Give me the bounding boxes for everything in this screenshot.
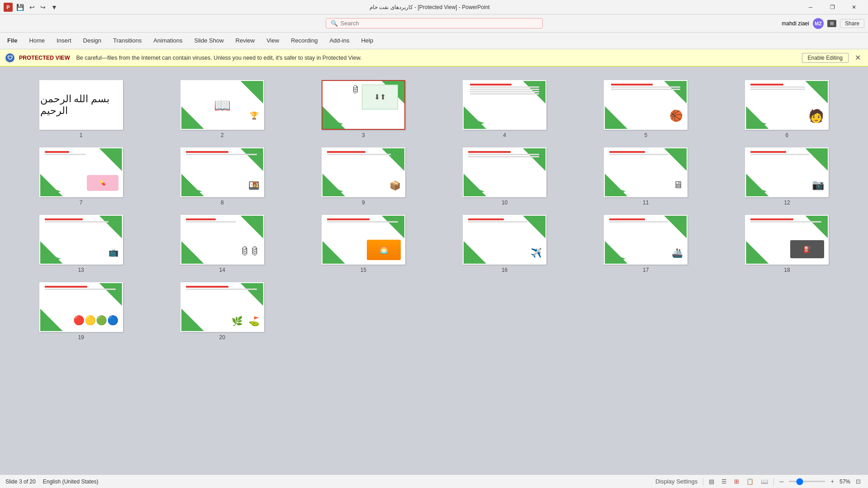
tab-design[interactable]: Design <box>78 35 107 47</box>
enable-editing-button[interactable]: Enable Editing <box>802 53 849 63</box>
slide-panel[interactable]: بسم الله الرحمن الرحيم 1 📖 🏆 2 <box>0 66 868 475</box>
zoom-in-button[interactable]: + <box>829 477 836 486</box>
slide-content: 🏀 <box>605 81 687 129</box>
slide-item[interactable]: 🖥 11 <box>579 147 713 206</box>
slide-thumbnail[interactable]: ⬇⬆ 🛢 <box>322 80 405 130</box>
outline-view-button[interactable]: ☰ <box>720 477 729 486</box>
slide-number: 18 <box>784 267 790 273</box>
slide-item[interactable]: 📖 🏆 2 <box>155 80 289 138</box>
slide-number: 7 <box>80 199 83 206</box>
slide-thumbnail[interactable]: 🖥 <box>604 147 688 197</box>
slide-thumbnail[interactable]: ✈️ <box>463 215 546 265</box>
tab-home[interactable]: Home <box>24 35 50 47</box>
user-name: mahdi ziaei <box>782 20 809 27</box>
tab-file[interactable]: File <box>2 35 23 47</box>
slide-thumbnail[interactable]: ⛽ <box>745 215 829 265</box>
slide-thumbnail[interactable]: 📖 🏆 <box>180 80 264 130</box>
tab-recording[interactable]: Recording <box>285 35 323 47</box>
slide-item[interactable]: 🧑 6 <box>720 80 854 138</box>
tab-slideshow[interactable]: Slide Show <box>189 35 229 47</box>
share-button[interactable]: Share <box>840 19 864 28</box>
slide-content: 🧑 <box>746 81 828 129</box>
slide-item[interactable]: 4 <box>437 80 572 138</box>
slide-content: ✈️ <box>464 216 545 264</box>
slide-item[interactable]: ⛳ 🌿 20 <box>155 282 289 341</box>
undo-quick-btn[interactable]: ↩ <box>28 3 37 12</box>
app-icon-letter: P <box>6 5 9 10</box>
slide-content: 📦 <box>323 148 404 196</box>
minimize-button[interactable]: ─ <box>800 0 821 14</box>
slide-item[interactable]: 🍱 8 <box>155 147 289 206</box>
app-icon: P <box>4 3 13 12</box>
zoom-out-button[interactable]: ─ <box>778 477 785 486</box>
slide-item[interactable]: بسم الله الرحمن الرحيم 1 <box>14 80 148 138</box>
normal-view-button[interactable]: ▤ <box>707 477 716 486</box>
slide-thumbnail[interactable]: 🔴🟡🟢🔵 <box>39 282 123 332</box>
slide-thumbnail[interactable]: 🌅 <box>322 215 405 265</box>
tab-addins[interactable]: Add-ins <box>324 35 355 47</box>
slide-item[interactable]: ✈️ 16 <box>437 215 572 273</box>
title-bar: P 💾 ↩ ↪ ▼ کاربردهای نفت خام - [Protected… <box>0 0 868 14</box>
slide-item[interactable]: 🚢 17 <box>579 215 713 273</box>
slide-thumbnail[interactable]: 📷 <box>745 147 829 197</box>
tab-review[interactable]: Review <box>230 35 261 47</box>
banner-close-button[interactable]: ✕ <box>853 53 863 62</box>
fit-slide-button[interactable]: ⊡ <box>854 477 863 486</box>
slide-item[interactable]: 📦 9 <box>296 147 431 206</box>
slide-item[interactable]: ⛽ 18 <box>720 215 854 273</box>
slide-item[interactable]: 🔴🟡🟢🔵 19 <box>14 282 148 341</box>
slide-item[interactable]: 📷 12 <box>720 147 854 206</box>
tab-help[interactable]: Help <box>356 35 379 47</box>
close-button[interactable]: ✕ <box>844 0 864 14</box>
slide-thumbnail[interactable]: 💊 <box>39 147 123 197</box>
tab-transitions[interactable]: Transitions <box>108 35 147 47</box>
slide-number: 20 <box>219 334 225 341</box>
slide-number: 3 <box>362 132 365 138</box>
slide-number: 14 <box>219 267 225 273</box>
slide-thumbnail[interactable] <box>463 80 546 130</box>
slide-thumbnail[interactable]: 🍱 <box>180 147 264 197</box>
slide-thumbnail[interactable]: 🏀 <box>604 80 688 130</box>
slide-content: 🌅 <box>323 216 404 264</box>
status-bar: Slide 3 of 20 English (United States) Di… <box>0 474 868 488</box>
slide-thumbnail[interactable]: 📺 <box>39 215 123 265</box>
slide-item[interactable]: 🏀 5 <box>579 80 713 138</box>
slide-thumbnail[interactable]: 🛢🛢 <box>180 215 264 265</box>
notes-page-button[interactable]: 📋 <box>745 477 755 486</box>
tab-view[interactable]: View <box>261 35 285 47</box>
slide-thumbnail[interactable] <box>463 147 546 197</box>
tab-animations[interactable]: Animations <box>148 35 188 47</box>
slide-item[interactable]: 📺 13 <box>14 215 148 273</box>
slide-item[interactable]: 10 <box>437 147 572 206</box>
slide-content: 💊 <box>40 148 122 196</box>
display-settings-button[interactable]: Display Settings <box>654 477 699 486</box>
slide-thumbnail[interactable]: 📦 <box>322 147 405 197</box>
slide-thumbnail[interactable]: 🧑 <box>745 80 829 130</box>
zoom-slider[interactable] <box>789 481 825 482</box>
slide-thumbnail[interactable]: ⛳ 🌿 <box>180 282 264 332</box>
slide-number: 1 <box>80 132 83 138</box>
redo-quick-btn[interactable]: ↪ <box>38 3 47 12</box>
slide-item[interactable]: ⬇⬆ 🛢 3 <box>296 80 431 138</box>
slide-sorter-button[interactable]: ⊞ <box>732 477 741 486</box>
slide-item[interactable]: 🌅 15 <box>296 215 431 273</box>
slide-content: 🖥 <box>605 148 687 196</box>
reading-view-button[interactable]: 📖 <box>759 477 770 486</box>
save-quick-btn[interactable]: 💾 <box>14 3 26 12</box>
slide-number: 6 <box>786 132 789 138</box>
slide-thumbnail[interactable]: 🚢 <box>604 215 688 265</box>
slide-info: Slide 3 of 20 <box>5 479 36 485</box>
window-title: کاربردهای نفت خام - [Protected View] - P… <box>59 4 800 10</box>
slide-content: 📖 🏆 <box>181 81 263 129</box>
slide-thumbnail[interactable]: بسم الله الرحمن الرحيم <box>39 80 123 130</box>
search-input[interactable] <box>341 20 538 27</box>
customize-quick-btn[interactable]: ▼ <box>49 3 59 12</box>
ribbon-tabs: File Home Insert Design Transitions Anim… <box>0 33 868 49</box>
restore-button[interactable]: ❐ <box>822 0 843 14</box>
title-bar-left: P 💾 ↩ ↪ ▼ <box>4 3 59 12</box>
ribbon: File Home Insert Design Transitions Anim… <box>0 33 868 49</box>
tab-insert[interactable]: Insert <box>51 35 77 47</box>
display-settings-label: Display Settings <box>655 478 697 485</box>
slide-item[interactable]: 💊 7 <box>14 147 148 206</box>
slide-item[interactable]: 🛢🛢 14 <box>155 215 289 273</box>
